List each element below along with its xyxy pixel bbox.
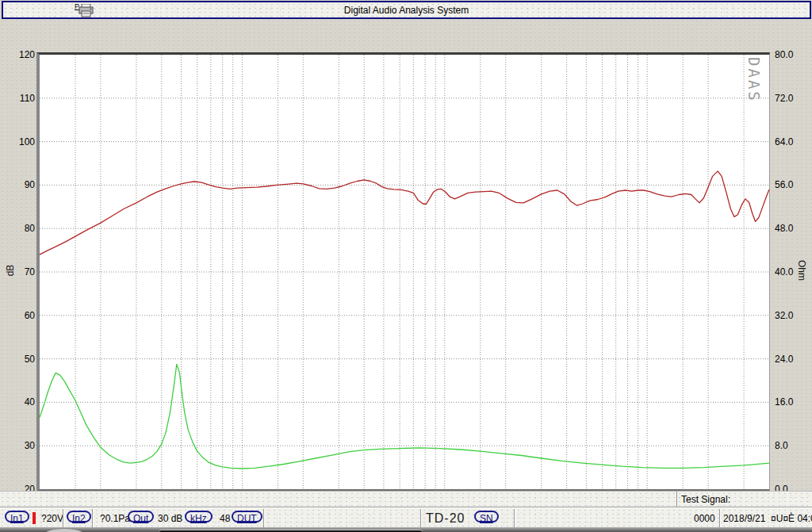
axis-tick-label: 40.0 xyxy=(775,266,808,278)
axis-tick-label: 72.0 xyxy=(775,92,808,105)
gain-label: 30 dB xyxy=(158,513,182,524)
title-bar: P Digital Audio Analysis System xyxy=(2,1,811,19)
printer-icon[interactable] xyxy=(79,4,94,20)
divider xyxy=(63,509,64,527)
divider xyxy=(676,492,678,508)
out-button[interactable]: Out xyxy=(128,511,154,522)
spl-curve xyxy=(40,171,769,255)
axis-tick-label: 24.0 xyxy=(775,353,808,366)
axis-tick-label: 80.0 xyxy=(775,48,808,61)
daas-window: P Digital Audio Analysis System DAAS dB … xyxy=(0,0,812,532)
chart-panel: DAAS dB Ohm 120110100908070605040302080.… xyxy=(0,19,812,491)
axis-tick-label: 30 xyxy=(0,439,35,452)
axis-tick-label: 8.0 xyxy=(775,439,808,452)
pressure-range-label: ?0.1Pa xyxy=(100,513,130,524)
axis-tick-label: 80 xyxy=(0,222,35,235)
axis-tick-label: 56.0 xyxy=(775,178,808,191)
axis-tick-label: 120 xyxy=(0,48,35,61)
datetime-label: 2018/9/21 ¤U¤È 04:05 xyxy=(723,513,812,524)
sample-rate-label: 48 xyxy=(220,513,230,524)
dut-model-label: TD-20 xyxy=(426,511,465,526)
axis-tick-label: 100 xyxy=(0,136,35,148)
axis-tick-label: 90 xyxy=(0,178,35,191)
counter-label: 0000 xyxy=(694,513,715,524)
in2-button[interactable]: In2 xyxy=(67,511,91,522)
divider xyxy=(719,509,721,527)
axis-tick-label: 60 xyxy=(0,309,35,322)
axis-tick-label: 110 xyxy=(0,92,35,105)
impedance-curve xyxy=(40,364,769,469)
window-title: Digital Audio Analysis System xyxy=(344,5,469,16)
dut-button[interactable]: DUT xyxy=(232,511,262,522)
khz-button[interactable]: kHz xyxy=(185,511,213,522)
daas-watermark: DAAS xyxy=(745,57,763,103)
divider xyxy=(92,509,94,527)
input-level-indicator xyxy=(33,512,36,524)
divider xyxy=(420,509,422,527)
response-impedance-chart xyxy=(40,55,769,489)
in1-button[interactable]: In1 xyxy=(5,511,29,522)
test-signal-label: Test Signal: xyxy=(681,494,730,505)
sn-button[interactable]: SN xyxy=(474,511,499,522)
axis-tick-label: 50 xyxy=(0,353,35,366)
axis-tick-label: 32.0 xyxy=(775,309,808,322)
axis-tick-label: 40 xyxy=(0,396,35,408)
voltage-range-label: ?20V xyxy=(41,513,63,524)
axis-tick-label: 48.0 xyxy=(775,222,808,235)
axis-tick-label: 70 xyxy=(0,266,35,278)
axis-tick-label: 64.0 xyxy=(775,136,808,148)
axis-tick-label: 16.0 xyxy=(775,396,808,408)
status-bar: In1 ?20V In2 ?0.1Pa Out 30 dB kHz 48 DUT… xyxy=(0,507,812,528)
divider xyxy=(263,509,265,527)
test-signal-strip: Test Signal: xyxy=(0,491,812,508)
divider xyxy=(514,509,515,527)
plot-area: DAAS xyxy=(36,52,770,492)
